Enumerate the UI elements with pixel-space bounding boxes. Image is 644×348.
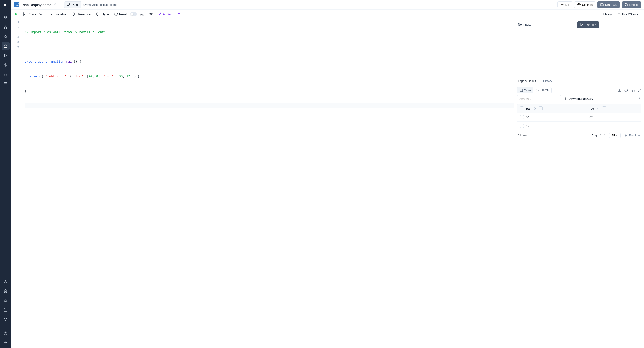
result-tabs: Logs & Result History xyxy=(514,77,644,86)
svg-rect-1 xyxy=(6,16,7,18)
column-header-bar[interactable]: bar xyxy=(526,107,531,110)
column-filter-checkbox[interactable] xyxy=(602,106,606,110)
diff-button[interactable]: Diff xyxy=(558,1,572,8)
sidebar-item-users[interactable] xyxy=(2,278,10,286)
table-row[interactable]: 38 42 xyxy=(517,113,641,122)
view-table-button[interactable]: Table xyxy=(517,88,533,93)
copy-icon[interactable] xyxy=(631,88,634,92)
page-label: Page: 1 / 1 xyxy=(592,134,606,137)
svg-point-24 xyxy=(578,4,580,5)
view-toggle: Table {} JSON xyxy=(517,87,552,94)
app-logo[interactable] xyxy=(3,3,8,8)
svg-point-47 xyxy=(639,99,640,99)
column-filter-checkbox[interactable] xyxy=(539,106,543,110)
svg-rect-17 xyxy=(4,300,7,302)
resource-button[interactable]: +Resource xyxy=(69,11,93,17)
search-row: Download as CSV xyxy=(514,95,644,104)
use-vscode-button[interactable]: Use VScode xyxy=(615,11,640,17)
select-all-checkbox[interactable] xyxy=(520,106,524,110)
path-value: u/henri/rich_display_demo xyxy=(80,2,120,8)
expand-icon[interactable] xyxy=(638,88,641,92)
svg-point-15 xyxy=(5,280,6,282)
sidebar-item-collapse[interactable] xyxy=(2,338,10,347)
inputs-section: Test ⌘↵ No inputs xyxy=(514,19,644,77)
editor-content[interactable]: // import * as wmill from "windmill-clie… xyxy=(22,19,514,348)
draft-button[interactable]: Draft ⌘S xyxy=(597,1,620,8)
header-secondary: +Context Var +Variable +Resource +Type R… xyxy=(11,10,644,19)
editor-gutter: 1 2 3 4 5 6 xyxy=(11,19,22,348)
tab-logs-result[interactable]: Logs & Result xyxy=(514,77,540,85)
file-modified-indicator-icon xyxy=(18,1,20,4)
svg-rect-11 xyxy=(4,82,7,85)
path-button[interactable]: Path xyxy=(64,1,80,8)
test-button[interactable]: Test ⌘↵ xyxy=(577,22,599,28)
sidebar-item-variables[interactable] xyxy=(2,61,10,69)
search-input[interactable] xyxy=(517,95,561,102)
row-checkbox[interactable] xyxy=(520,115,524,119)
download-icon[interactable] xyxy=(618,88,621,92)
svg-line-44 xyxy=(638,90,639,92)
format-button[interactable] xyxy=(147,11,155,17)
svg-marker-33 xyxy=(581,24,583,26)
download-csv-button[interactable]: Download as CSV xyxy=(564,97,594,101)
deploy-button[interactable]: Deploy xyxy=(622,1,641,8)
sidebar xyxy=(0,0,11,348)
sidebar-item-search[interactable] xyxy=(2,33,10,41)
multiplayer-toggle[interactable] xyxy=(130,12,137,16)
sidebar-item-home[interactable] xyxy=(2,42,10,50)
ai-sparkle-button[interactable] xyxy=(175,11,183,17)
file-type-badge: TS xyxy=(14,2,19,8)
svg-point-46 xyxy=(639,98,640,98)
settings-button[interactable]: Settings xyxy=(574,1,596,8)
collaborators-button[interactable] xyxy=(138,11,146,17)
header-primary: TS Rich Display demo Path u/henri/rich_d… xyxy=(11,0,644,10)
pagination: 2 items Page: 1 / 1 25 Previous xyxy=(514,130,644,140)
result-table: bar foo xyxy=(517,104,641,130)
items-count: 2 items xyxy=(518,134,527,137)
sidebar-item-favorites[interactable] xyxy=(2,23,10,31)
rename-button[interactable] xyxy=(54,3,57,7)
svg-point-48 xyxy=(639,100,640,100)
svg-line-32 xyxy=(618,13,619,16)
context-var-button[interactable]: +Context Var xyxy=(20,11,46,17)
svg-rect-2 xyxy=(4,18,5,19)
sort-icon[interactable] xyxy=(596,107,600,110)
sidebar-item-resources[interactable] xyxy=(2,70,10,78)
sidebar-item-runs[interactable] xyxy=(2,52,10,60)
reset-button[interactable]: Reset xyxy=(112,11,129,17)
sort-icon[interactable] xyxy=(533,107,536,110)
sidebar-item-audit[interactable] xyxy=(2,315,10,324)
column-header-foo[interactable]: foo xyxy=(590,107,594,110)
svg-point-18 xyxy=(5,319,6,320)
svg-point-25 xyxy=(141,13,142,14)
tab-history[interactable]: History xyxy=(540,77,556,85)
previous-button[interactable]: Previous xyxy=(624,134,640,137)
sidebar-item-workspace[interactable] xyxy=(2,14,10,22)
svg-rect-0 xyxy=(4,16,5,18)
page-size-select[interactable]: 25 xyxy=(609,132,620,138)
sidebar-item-folders[interactable] xyxy=(2,306,10,314)
svg-marker-7 xyxy=(4,54,6,57)
sidebar-item-schedules[interactable] xyxy=(2,80,10,88)
sidebar-item-workers[interactable] xyxy=(2,296,10,304)
right-panel: Test ⌘↵ No inputs Logs & Result History … xyxy=(514,19,644,348)
row-checkbox[interactable] xyxy=(520,124,524,128)
sidebar-item-help[interactable] xyxy=(2,329,10,337)
library-button[interactable]: Library xyxy=(596,11,614,17)
svg-marker-4 xyxy=(4,26,7,29)
variable-button[interactable]: +Variable xyxy=(47,11,68,17)
ai-gen-button[interactable]: AI Gen xyxy=(156,11,174,17)
view-json-button[interactable]: {} JSON xyxy=(533,88,552,93)
page-title: Rich Display demo xyxy=(22,3,52,7)
type-button[interactable]: +Type xyxy=(94,11,111,17)
code-editor[interactable]: 1 2 3 4 5 6 // import * as wmill from "w… xyxy=(11,19,514,348)
table-row[interactable]: 12 8 xyxy=(517,122,641,130)
info-icon[interactable] xyxy=(624,88,628,92)
svg-rect-3 xyxy=(6,18,7,19)
status-dot-icon xyxy=(15,13,16,15)
svg-line-6 xyxy=(6,37,7,38)
sidebar-item-settings[interactable] xyxy=(2,287,10,295)
more-menu-icon[interactable] xyxy=(638,97,641,101)
result-toolbar: Table {} JSON xyxy=(514,86,644,95)
svg-point-16 xyxy=(5,291,6,292)
